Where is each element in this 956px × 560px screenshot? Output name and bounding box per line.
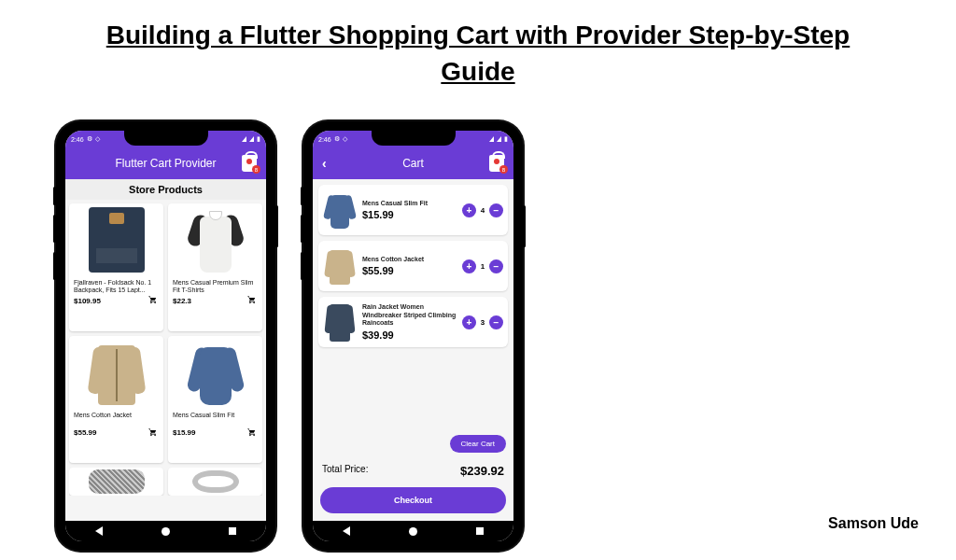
- cart-item-name: Mens Cotton Jacket: [362, 256, 457, 263]
- quantity-value: 4: [479, 206, 486, 215]
- battery-icon: ▮: [257, 135, 260, 143]
- cart-button[interactable]: 8: [489, 155, 504, 172]
- cart-button[interactable]: 8: [242, 155, 257, 172]
- gear-icon: ⚙: [87, 135, 92, 143]
- page-title: Building a Flutter Shopping Cart with Pr…: [0, 0, 956, 90]
- product-price: $15.99: [173, 428, 195, 437]
- product-price: $22.3: [173, 297, 191, 305]
- cart-count-badge: 8: [499, 165, 508, 174]
- product-card[interactable]: Mens Cotton Jacket $55.99: [69, 336, 163, 464]
- product-card[interactable]: [69, 468, 163, 496]
- total-row: Total Price: $239.92: [318, 458, 508, 480]
- increment-button[interactable]: +: [462, 203, 476, 217]
- wifi-icon: [497, 136, 501, 142]
- product-image: [191, 340, 240, 405]
- quantity-value: 3: [479, 318, 486, 327]
- add-to-cart-icon[interactable]: [148, 427, 159, 439]
- product-card[interactable]: Fjallraven - Foldsack No. 1 Backpack, Fi…: [69, 203, 163, 331]
- add-to-cart-icon[interactable]: [148, 295, 159, 306]
- cart-item-price: $39.99: [362, 329, 457, 341]
- product-card[interactable]: Mens Casual Premium Slim Fit T-Shirts $2…: [168, 203, 262, 331]
- nav-home-icon[interactable]: [162, 527, 170, 536]
- phone-notch: [124, 131, 208, 146]
- product-price: $55.99: [74, 428, 96, 437]
- total-value: $239.92: [460, 464, 504, 478]
- cart-body[interactable]: Mens Casual Slim Fit $15.99 + 4 − Mens C…: [313, 179, 513, 521]
- nav-back-icon[interactable]: [95, 526, 103, 536]
- android-nav-bar: [313, 521, 513, 541]
- product-name: Mens Cotton Jacket: [69, 409, 163, 426]
- product-card[interactable]: Mens Casual Slim Fit $15.99: [168, 336, 262, 464]
- product-name: Fjallraven - Foldsack No. 1 Backpack, Fi…: [69, 276, 163, 293]
- add-to-cart-icon[interactable]: [246, 295, 258, 306]
- cart-item-name: Rain Jacket Women Windbreaker Striped Cl…: [362, 303, 457, 327]
- nav-recent-icon[interactable]: [476, 527, 484, 535]
- quantity-value: 1: [479, 262, 486, 271]
- android-nav-bar: [65, 521, 266, 541]
- app-bar: Flutter Cart Provider 8: [65, 147, 266, 179]
- section-header: Store Products: [65, 179, 266, 200]
- product-image: [190, 207, 241, 273]
- decrement-button[interactable]: −: [489, 259, 503, 273]
- signal-icon: [242, 136, 246, 142]
- cart-item-image: [323, 189, 357, 231]
- cart-item: Mens Cotton Jacket $55.99 + 1 −: [318, 241, 508, 291]
- decrement-button[interactable]: −: [489, 203, 503, 217]
- gear-icon: ⚙: [334, 135, 340, 143]
- app-title: Cart: [402, 157, 424, 170]
- cart-item-name: Mens Casual Slim Fit: [362, 200, 457, 207]
- product-image: [192, 470, 239, 493]
- cart-item: Mens Casual Slim Fit $15.99 + 4 −: [318, 185, 508, 235]
- app-bar: ‹ Cart 8: [313, 147, 513, 179]
- total-label: Total Price:: [322, 464, 368, 478]
- nav-home-icon[interactable]: [409, 527, 417, 536]
- wifi-icon: [249, 136, 254, 142]
- cart-item-price: $55.99: [362, 265, 457, 276]
- phone-cart: 2:46⚙◇ ▮ ‹ Cart 8 Mens Casual Slim Fit $…: [303, 121, 523, 551]
- battery-icon: ▮: [504, 135, 508, 143]
- phone-store: 2:46⚙◇ ▮ Flutter Cart Provider 8 Store P…: [56, 121, 275, 551]
- nav-back-icon[interactable]: [343, 526, 350, 536]
- back-button[interactable]: ‹: [322, 156, 327, 171]
- signal-icon: [489, 136, 494, 142]
- product-image: [91, 340, 143, 405]
- checkout-button[interactable]: Checkout: [320, 487, 506, 513]
- product-name: Mens Casual Slim Fit: [168, 409, 262, 426]
- increment-button[interactable]: +: [462, 259, 476, 273]
- phone-notch: [372, 131, 456, 146]
- product-card[interactable]: [168, 468, 262, 496]
- cart-item-image: [323, 301, 357, 343]
- app-title: Flutter Cart Provider: [115, 157, 216, 170]
- nav-recent-icon[interactable]: [229, 527, 236, 535]
- cart-item-image: [323, 245, 357, 287]
- cart-item-price: $15.99: [362, 209, 457, 220]
- product-image: [89, 469, 145, 494]
- clear-cart-button[interactable]: Clear Cart: [450, 435, 506, 453]
- cart-count-badge: 8: [252, 165, 260, 174]
- add-to-cart-icon[interactable]: [246, 427, 258, 439]
- product-image: [89, 207, 145, 273]
- product-grid[interactable]: Fjallraven - Foldsack No. 1 Backpack, Fi…: [65, 200, 266, 521]
- cart-item: Rain Jacket Women Windbreaker Striped Cl…: [318, 297, 508, 347]
- product-name: Mens Casual Premium Slim Fit T-Shirts: [168, 276, 262, 293]
- increment-button[interactable]: +: [462, 315, 476, 329]
- product-price: $109.95: [74, 297, 101, 305]
- author-name: Samson Ude: [828, 515, 919, 532]
- decrement-button[interactable]: −: [489, 315, 503, 329]
